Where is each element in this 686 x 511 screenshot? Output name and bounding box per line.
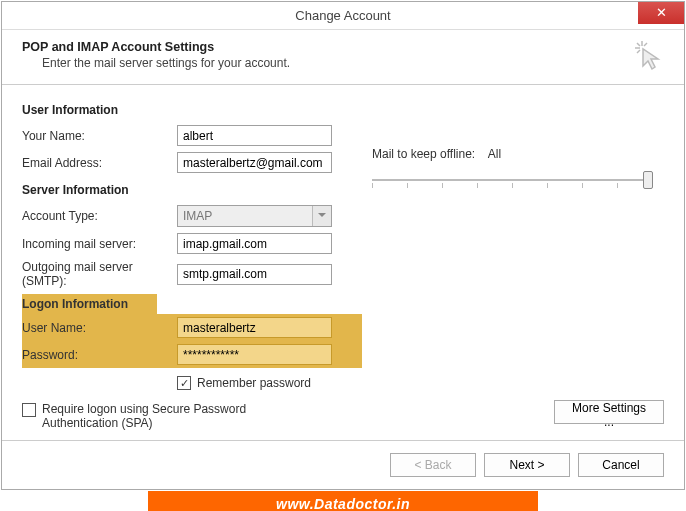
server-info-heading: Server Information [22,183,664,197]
dialog-footer: < Back Next > Cancel [2,440,684,489]
name-input[interactable] [177,125,332,146]
window-title: Change Account [2,8,684,23]
close-button[interactable]: ✕ [638,2,684,24]
header-subtitle: Enter the mail server settings for your … [42,56,664,70]
incoming-server-input[interactable] [177,233,332,254]
change-account-dialog: Change Account ✕ POP and IMAP Account Se… [1,1,685,490]
account-type-label: Account Type: [22,209,177,223]
back-button: < Back [390,453,476,477]
more-settings-button[interactable]: More Settings ... [554,400,664,424]
branding-banner: www.Datadoctor.in [148,491,538,511]
spa-label: Require logon using Secure Password Auth… [42,402,312,430]
remember-password-checkbox[interactable]: ✓ [177,376,191,390]
cursor-click-icon [632,38,666,72]
incoming-label: Incoming mail server: [22,237,177,251]
user-info-heading: User Information [22,103,664,117]
username-input[interactable] [177,317,332,338]
outgoing-label: Outgoing mail server (SMTP): [22,260,177,288]
password-label: Password: [22,348,177,362]
spa-checkbox[interactable] [22,403,36,417]
username-label: User Name: [22,321,177,335]
slider-thumb[interactable] [643,171,653,189]
remember-password-label: Remember password [197,376,311,390]
svg-line-2 [637,43,640,46]
offline-label: Mail to keep offline: [372,147,475,161]
header-title: POP and IMAP Account Settings [22,40,664,54]
svg-line-4 [637,50,640,53]
offline-value: All [488,147,501,161]
logon-info-heading: Logon Information [22,294,157,314]
outgoing-server-input[interactable] [177,264,332,285]
password-input[interactable] [177,344,332,365]
titlebar: Change Account ✕ [2,2,684,30]
chevron-down-icon [318,213,326,217]
svg-line-3 [644,43,647,46]
cancel-button[interactable]: Cancel [578,453,664,477]
dialog-header: POP and IMAP Account Settings Enter the … [2,30,684,85]
email-label: Email Address: [22,156,177,170]
name-label: Your Name: [22,129,177,143]
account-type-value: IMAP [183,209,212,223]
offline-panel: Mail to keep offline: All [372,147,647,181]
next-button[interactable]: Next > [484,453,570,477]
offline-slider[interactable] [372,179,647,181]
email-input[interactable] [177,152,332,173]
account-type-combo: IMAP [177,205,332,227]
dialog-content: User Information Your Name: Email Addres… [2,85,684,440]
